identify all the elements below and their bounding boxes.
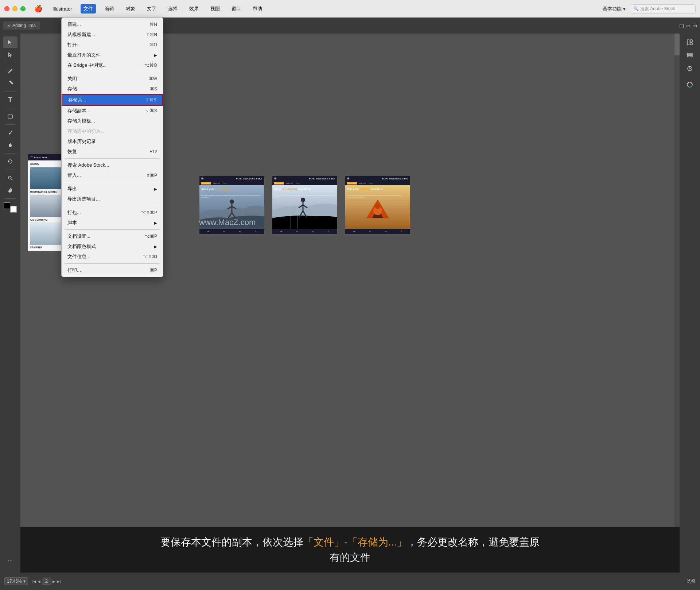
more-tools-btn[interactable]: ··· [3, 555, 18, 567]
type-tool[interactable]: T [3, 94, 18, 106]
menu-export-label: 导出 [67, 186, 77, 192]
menu-new-from-template[interactable]: 从模板新建... ⇧⌘N [62, 30, 163, 40]
menu-illustrator[interactable]: Illustrator [50, 5, 75, 13]
menu-effect[interactable]: 效果 [186, 4, 202, 13]
menu-save-template-label: 存储为模板... [67, 118, 95, 124]
menu-bridge[interactable]: 在 Bridge 中浏览... ⌥⌘O [62, 60, 163, 70]
close-button[interactable] [4, 6, 9, 11]
workspace-selector[interactable]: 基本功能 ▾ [603, 5, 626, 12]
maximize-button[interactable] [20, 6, 26, 11]
tab-bar: ✕ Adding_Ima [3, 18, 40, 34]
card3-tab-activities[interactable]: ACTIVITIES [274, 182, 284, 185]
menu-scripts[interactable]: 脚本 ▶ [62, 218, 163, 228]
card2-headline: Scout your climbing route [201, 187, 262, 191]
card3-icon2: ✏ [296, 230, 298, 233]
hand-tool[interactable] [3, 185, 18, 196]
color-panel[interactable] [682, 79, 697, 90]
libraries-panel[interactable] [682, 63, 697, 74]
minimize-button[interactable] [12, 6, 18, 11]
card2-tab-weather[interactable]: WEATHER [212, 182, 221, 185]
separator-6 [65, 263, 160, 264]
card3-tab-weather[interactable]: WEATHER [285, 182, 294, 185]
menu-window[interactable]: 窗口 [229, 4, 244, 13]
nav-prev[interactable]: ◀ [38, 579, 40, 583]
page-number[interactable]: 2 [42, 578, 51, 585]
paintbrush-tool[interactable] [3, 127, 18, 139]
menu-select[interactable]: 选择 [165, 4, 180, 13]
close-icon[interactable]: ✕ [7, 24, 10, 28]
layers-panel[interactable] [682, 50, 697, 61]
menu-doc-settings[interactable]: 文档设置... ⌥⌘P [62, 231, 163, 241]
pencil-tool[interactable] [3, 78, 18, 89]
menu-help[interactable]: 帮助 [250, 4, 265, 13]
vertical-scrollbar[interactable] [674, 34, 680, 567]
panel-toggle-libs[interactable]: ▭ [692, 23, 697, 28]
menu-search-stock[interactable]: 搜索 Adobe Stock... [62, 160, 163, 170]
menubar: 🍎 Illustrator 文件 编辑 对象 文字 选择 效果 视图 窗口 帮助… [0, 0, 700, 18]
menu-object[interactable]: 对象 [123, 4, 138, 13]
menu-print-shortcut: ⌘P [150, 268, 157, 273]
instruction-highlight-2: 「存储为...」 [347, 536, 407, 548]
card2-icon3: ↩ [239, 230, 241, 233]
svg-rect-5 [687, 40, 689, 45]
direct-selection-tool[interactable] [3, 49, 18, 61]
menu-package[interactable]: 打包... ⌥⇧⌘P [62, 207, 163, 218]
menu-view[interactable]: 视图 [207, 4, 223, 13]
menu-open[interactable]: 打开... ⌘O [62, 40, 163, 50]
fill-color[interactable] [10, 206, 17, 213]
zoom-tool[interactable] [3, 172, 18, 184]
menu-file-info[interactable]: 文件信息... ⌥⇧⌘I [62, 252, 163, 262]
tool-separator-2 [4, 92, 16, 92]
doc-card-3: ☰ NEPAL ADVENTURE GUIDE ACTIVITIES WEATH… [272, 176, 338, 234]
stroke-color[interactable] [4, 202, 10, 209]
menu-color-mode[interactable]: 文档颜色模式 ▶ [62, 241, 163, 252]
instruction-bar: 要保存本文件的副本，依次选择「文件」-「存储为...」，务必更改名称，避免覆盖原… [0, 527, 700, 572]
rotate-tool[interactable] [3, 156, 18, 167]
card4-tab-weather[interactable]: WEATHER [358, 182, 367, 185]
menu-recent[interactable]: 最近打开的文件 ▶ [62, 50, 163, 60]
menu-close[interactable]: 关闭 ⌘W [62, 74, 163, 84]
apple-menu[interactable]: 🍎 [34, 5, 42, 13]
rectangle-tool[interactable] [3, 110, 18, 122]
menu-new[interactable]: 新建... ⌘N [62, 19, 163, 30]
tab-label: Adding_Ima [12, 23, 36, 28]
zoom-selector[interactable]: 17.46% ▾ [4, 577, 28, 585]
pen-tool[interactable] [3, 65, 18, 77]
menu-text[interactable]: 文字 [144, 4, 159, 13]
menu-save[interactable]: 存储 ⌘S [62, 84, 163, 94]
panel-toggle-right[interactable]: ▢ [679, 23, 684, 28]
scroll-thumb[interactable] [674, 34, 680, 55]
stock-search[interactable]: 🔍 搜索 Adobe Stock [630, 4, 696, 13]
menu-place[interactable]: 置入... ⇧⌘P [62, 170, 163, 181]
statusbar: 17.46% ▾ |◀ ◀ 2 ▶ ▶| 选择 [0, 572, 700, 590]
properties-panel[interactable] [682, 36, 697, 48]
card4-tab-food[interactable]: FOOD [368, 182, 374, 185]
menu-export[interactable]: 导出 ▶ [62, 184, 163, 194]
menu-new-template-shortcut: ⇧⌘N [146, 32, 157, 37]
menu-export-selected[interactable]: 导出所选项目... [62, 194, 163, 204]
card4-tab-activities[interactable]: ACTIVITIES [347, 182, 357, 185]
traffic-lights [4, 6, 26, 11]
menu-save-template[interactable]: 存储为模板... [62, 116, 163, 126]
panel-toggle-layers[interactable]: ▱ [686, 23, 690, 28]
menu-edit[interactable]: 编辑 [102, 4, 117, 13]
menu-print[interactable]: 打印... ⌘P [62, 265, 163, 275]
more-tools[interactable]: ··· [3, 555, 18, 567]
menu-bridge-shortcut: ⌥⌘O [144, 63, 157, 68]
nav-first[interactable]: |◀ [32, 579, 36, 583]
card2-tab-activities[interactable]: ACTIVITIES [201, 182, 211, 185]
menu-version-history[interactable]: 版本历史记录 [62, 136, 163, 147]
menu-save-copy[interactable]: 存储副本... ⌥⌘S [62, 106, 163, 116]
blob-brush-tool[interactable] [3, 139, 18, 151]
zoom-chevron: ▾ [23, 579, 26, 584]
menu-revert[interactable]: 恢复 F12 [62, 147, 163, 157]
document-tab[interactable]: ✕ Adding_Ima [3, 22, 40, 30]
menu-save-as[interactable]: 存储为... ⇧⌘S [62, 94, 163, 106]
selection-tool[interactable] [3, 36, 18, 48]
svg-rect-7 [690, 43, 692, 45]
menu-file[interactable]: 文件 [81, 4, 96, 13]
card3-tab-food[interactable]: FOOD [295, 182, 301, 185]
card2-tab-food[interactable]: FOOD [222, 182, 228, 185]
nav-next[interactable]: ▶ [52, 579, 55, 583]
nav-last[interactable]: ▶| [57, 579, 61, 583]
